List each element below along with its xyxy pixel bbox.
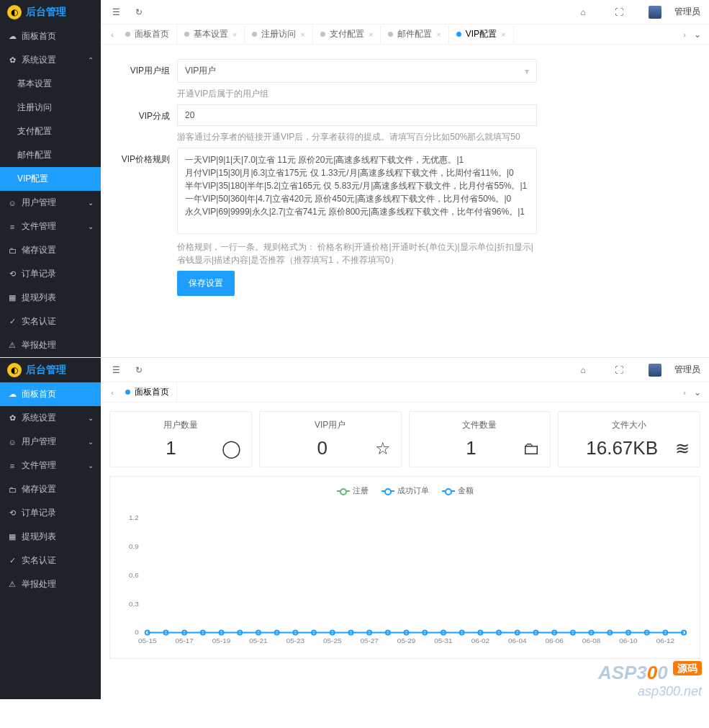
sidebar-user[interactable]: ☺用户管理⌄	[0, 430, 101, 454]
close-icon[interactable]: ×	[232, 30, 237, 39]
sidebar-system[interactable]: ✿系统设置⌃	[0, 48, 101, 72]
admin-name[interactable]: 管理员	[674, 6, 700, 18]
svg-text:0: 0	[135, 628, 139, 636]
svg-text:05-21: 05-21	[249, 637, 268, 644]
stat-card: VIP用户0☆	[259, 411, 402, 467]
report-icon: ⚠	[7, 580, 17, 589]
svg-text:0.9: 0.9	[129, 542, 139, 550]
sidebar-withdraw[interactable]: ▦提现列表	[0, 525, 101, 549]
tab-next-button[interactable]: ›	[679, 30, 690, 39]
sidebar-dashboard[interactable]: ☁面板首页	[0, 382, 101, 406]
home-icon[interactable]: ⌂	[577, 364, 590, 377]
svg-text:05-15: 05-15	[138, 637, 157, 644]
chevron-down-icon: ▾	[525, 66, 529, 76]
stat-card: 用户数量1◯	[109, 411, 252, 467]
card-value: 1	[420, 437, 523, 459]
tab-next-button[interactable]: ›	[679, 388, 690, 397]
sidebar-pay[interactable]: 支付配置	[0, 120, 101, 143]
brand-text: 后台管理	[26, 6, 66, 19]
legend-item[interactable]: 注册	[337, 485, 369, 496]
folder-icon: 🗀	[523, 439, 540, 459]
logo[interactable]: ◐ 后台管理	[0, 0, 101, 24]
svg-text:06-04: 06-04	[508, 637, 527, 644]
tab-mail[interactable]: 邮件配置×	[381, 25, 448, 44]
close-icon[interactable]: ×	[501, 30, 505, 39]
sidebar-system[interactable]: ✿系统设置⌄	[0, 406, 101, 430]
card-value: 1	[120, 437, 222, 459]
withdraw-icon: ▦	[7, 293, 17, 302]
sidebar-report[interactable]: ⚠举报处理	[0, 333, 101, 357]
sidebar-user[interactable]: ☺用户管理⌄	[0, 191, 101, 215]
sidebar-storage[interactable]: 🗀储存设置	[0, 238, 101, 262]
sidebar-dashboard[interactable]: ☁面板首页	[0, 24, 101, 48]
sidebar-report[interactable]: ⚠举报处理	[0, 572, 101, 596]
close-icon[interactable]: ×	[436, 30, 441, 39]
save-button[interactable]: 保存设置	[177, 271, 235, 296]
home-icon[interactable]: ⌂	[577, 6, 590, 19]
order-icon: ⟲	[7, 508, 17, 518]
sidebar-basic[interactable]: 基本设置	[0, 72, 101, 96]
chevron-down-icon: ⌄	[88, 223, 94, 230]
user-icon: ☺	[7, 199, 17, 207]
tab-basic[interactable]: 基本设置×	[177, 25, 245, 44]
watermark: ASP300 源码 asp300.net	[101, 662, 709, 699]
dashboard-icon: ☁	[7, 32, 17, 41]
avatar[interactable]	[649, 6, 661, 19]
tab-home[interactable]: 面板首页	[118, 25, 177, 44]
sidebar-realname[interactable]: ✓实名认证	[0, 549, 101, 572]
chevron-down-icon: ⌄	[88, 462, 94, 469]
legend-item[interactable]: 金额	[442, 485, 474, 496]
report-icon: ⚠	[7, 341, 17, 350]
svg-text:06-06: 06-06	[545, 637, 564, 644]
sidebar-file[interactable]: ≡文件管理⌄	[0, 215, 101, 238]
vip-share-hint: 游客通过分享者的链接开通VIP后，分享者获得的提成。请填写百分比如50%那么就填…	[177, 130, 537, 143]
legend-item[interactable]: 成功订单	[381, 485, 429, 496]
svg-text:06-12: 06-12	[656, 637, 675, 644]
brand-text: 后台管理	[26, 364, 66, 377]
collapse-sidebar-button[interactable]: ☰	[109, 6, 122, 19]
tab-prev-button[interactable]: ‹	[107, 30, 118, 39]
sidebar-vip[interactable]: VIP配置	[0, 167, 101, 191]
sidebar-withdraw[interactable]: ▦提现列表	[0, 286, 101, 310]
tab-more-button[interactable]: ⌄	[692, 387, 703, 397]
close-icon[interactable]: ×	[369, 30, 373, 39]
sidebar-realname[interactable]: ✓实名认证	[0, 310, 101, 333]
logo[interactable]: ◐后台管理	[0, 358, 101, 382]
svg-text:06-02: 06-02	[471, 637, 490, 644]
tab-home[interactable]: 面板首页	[118, 383, 177, 402]
vip-price-textarea[interactable]	[177, 148, 537, 234]
card-title: 用户数量	[120, 419, 241, 431]
card-title: 文件大小	[569, 419, 690, 431]
avatar[interactable]	[649, 364, 661, 377]
svg-text:05-17: 05-17	[175, 637, 194, 644]
vip-group-select[interactable]: VIP用户▾	[177, 59, 537, 83]
refresh-button[interactable]: ↻	[132, 364, 145, 377]
tab-pay[interactable]: 支付配置×	[313, 25, 381, 44]
refresh-button[interactable]: ↻	[132, 6, 145, 19]
logo-icon: ◐	[7, 363, 22, 377]
fullscreen-icon[interactable]: ⛶	[613, 6, 626, 19]
storage-icon: 🗀	[7, 485, 17, 494]
close-icon[interactable]: ×	[300, 30, 304, 39]
withdraw-icon: ▦	[7, 532, 17, 541]
admin-name[interactable]: 管理员	[674, 364, 700, 376]
vip-group-hint: 开通VIP后属于的用户组	[177, 87, 537, 100]
svg-text:1.2: 1.2	[129, 513, 139, 521]
sidebar-storage[interactable]: 🗀储存设置	[0, 477, 101, 501]
sidebar-order[interactable]: ⟲订单记录	[0, 262, 101, 286]
sidebar-mail[interactable]: 邮件配置	[0, 143, 101, 167]
tab-vip[interactable]: VIP配置×	[449, 25, 514, 44]
tab-more-button[interactable]: ⌄	[692, 30, 703, 40]
vip-group-label: VIP用户组	[121, 59, 170, 100]
fullscreen-icon[interactable]: ⛶	[613, 364, 626, 377]
tab-register[interactable]: 注册访问×	[245, 25, 312, 44]
sidebar-register[interactable]: 注册访问	[0, 96, 101, 120]
tab-prev-button[interactable]: ‹	[107, 388, 118, 397]
sidebar-file[interactable]: ≡文件管理⌄	[0, 454, 101, 477]
vip-share-input[interactable]	[177, 104, 537, 126]
collapse-sidebar-button[interactable]: ☰	[109, 364, 122, 377]
sidebar-order[interactable]: ⟲订单记录	[0, 501, 101, 525]
realname-icon: ✓	[7, 317, 17, 326]
order-icon: ⟲	[7, 269, 17, 279]
gear-icon: ✿	[7, 413, 17, 423]
